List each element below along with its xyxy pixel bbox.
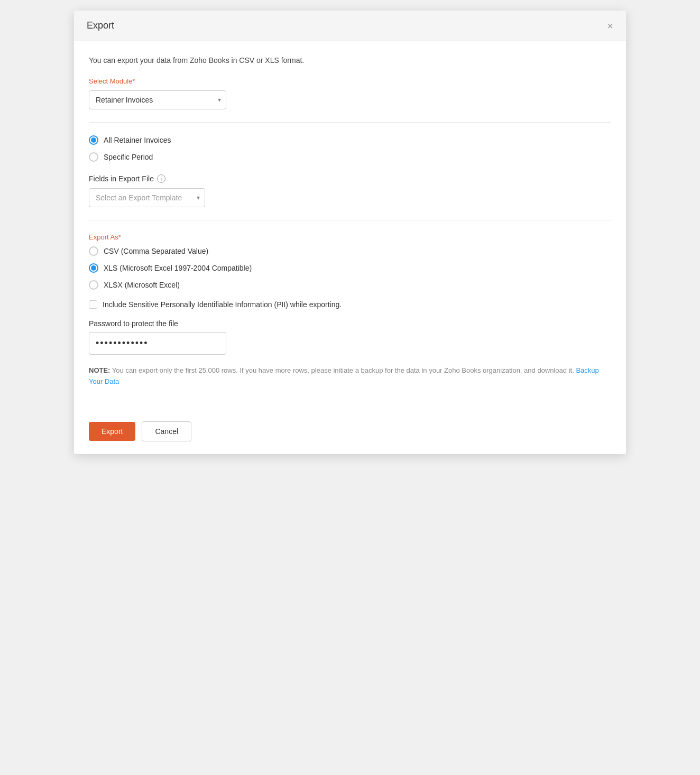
modal-body: You can export your data from Zoho Books… — [74, 41, 626, 413]
template-select-wrapper: Select an Export Template ▾ — [89, 188, 205, 207]
radio-all-retainer-input[interactable] — [89, 135, 98, 145]
export-as-section: Export As* CSV (Comma Separated Value) X… — [89, 233, 611, 290]
radio-xls-input[interactable] — [89, 263, 98, 273]
note-section: NOTE: You can export only the first 25,0… — [89, 365, 611, 388]
password-input[interactable] — [89, 332, 226, 355]
export-button[interactable]: Export — [89, 422, 135, 441]
pii-checkbox-item[interactable]: Include Sensitive Personally Identifiabl… — [89, 300, 611, 309]
divider-1 — [89, 122, 611, 123]
fields-export-label: Fields in Export File — [89, 174, 154, 183]
password-section: Password to protect the file — [89, 319, 611, 355]
export-as-label: Export As* — [89, 233, 611, 241]
radio-csv[interactable]: CSV (Comma Separated Value) — [89, 246, 611, 256]
pii-checkbox-label: Include Sensitive Personally Identifiabl… — [103, 300, 342, 309]
radio-specific-period[interactable]: Specific Period — [89, 152, 611, 162]
radio-specific-period-label: Specific Period — [104, 153, 153, 161]
note-body: You can export only the first 25,000 row… — [112, 366, 574, 374]
export-modal: Export × You can export your data from Z… — [74, 11, 626, 454]
pii-checkbox[interactable] — [89, 300, 97, 309]
radio-all-retainer-label: All Retainer Invoices — [104, 136, 171, 144]
data-range-group: All Retainer Invoices Specific Period — [89, 135, 611, 162]
radio-specific-period-input[interactable] — [89, 152, 98, 162]
cancel-button[interactable]: Cancel — [142, 421, 191, 441]
radio-csv-input[interactable] — [89, 246, 98, 256]
select-module-label: Select Module* — [89, 77, 611, 85]
fields-export-section: Fields in Export File i Select an Export… — [89, 174, 611, 207]
module-select-wrapper: Retainer Invoices Invoices Bills Custome… — [89, 90, 226, 109]
template-select[interactable]: Select an Export Template — [89, 188, 205, 207]
description-text: You can export your data from Zoho Books… — [89, 56, 611, 64]
export-format-group: CSV (Comma Separated Value) XLS (Microso… — [89, 246, 611, 290]
radio-xls-label: XLS (Microsoft Excel 1997-2004 Compatibl… — [104, 264, 252, 272]
radio-xlsx-label: XLSX (Microsoft Excel) — [104, 281, 180, 289]
radio-xlsx-input[interactable] — [89, 280, 98, 290]
radio-xls[interactable]: XLS (Microsoft Excel 1997-2004 Compatibl… — [89, 263, 611, 273]
info-icon: i — [157, 174, 165, 183]
select-module-section: Select Module* Retainer Invoices Invoice… — [89, 77, 611, 109]
close-button[interactable]: × — [607, 21, 613, 31]
note-text: NOTE: You can export only the first 25,0… — [89, 365, 611, 388]
radio-csv-label: CSV (Comma Separated Value) — [104, 247, 208, 255]
module-select[interactable]: Retainer Invoices Invoices Bills Custome… — [89, 90, 226, 109]
divider-2 — [89, 220, 611, 220]
note-prefix: NOTE: — [89, 366, 110, 374]
radio-all-retainer[interactable]: All Retainer Invoices — [89, 135, 611, 145]
password-label: Password to protect the file — [89, 319, 611, 328]
modal-title: Export — [87, 20, 114, 31]
radio-xlsx[interactable]: XLSX (Microsoft Excel) — [89, 280, 611, 290]
modal-footer: Export Cancel — [74, 413, 626, 454]
modal-header: Export × — [74, 11, 626, 41]
fields-label-row: Fields in Export File i — [89, 174, 611, 183]
